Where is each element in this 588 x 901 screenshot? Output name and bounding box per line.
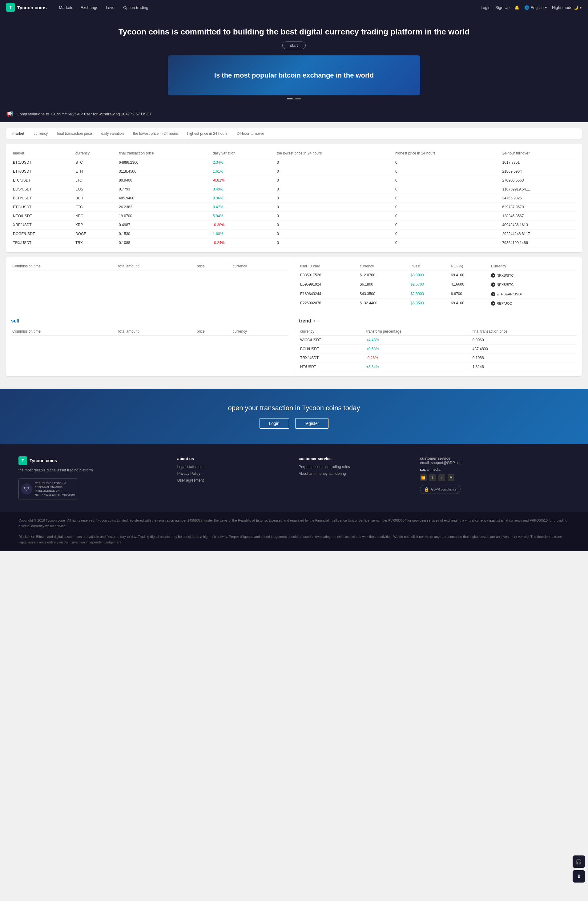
nav-signup[interactable]: Sign Up bbox=[495, 5, 510, 10]
table-row[interactable]: BTC/USDT BTC 64986.2300 2.34% 0 0 1617.8… bbox=[11, 158, 577, 167]
tab-daily-variation[interactable]: daily variation bbox=[101, 131, 124, 136]
nav-option-trading[interactable]: Option trading bbox=[123, 5, 148, 10]
cell-highest: 0 bbox=[393, 238, 500, 248]
cell-price: 19.0700 bbox=[117, 212, 211, 221]
trend-row[interactable]: HT/USDT +3.34% 1.8246 bbox=[299, 363, 577, 371]
comm-col1: Commission time bbox=[11, 262, 117, 270]
table-row[interactable]: LTC/USDT LTC 80.9400 -0.81% 0 0 270906.5… bbox=[11, 176, 577, 185]
inv-coin: ● NPXS/BTC bbox=[490, 280, 577, 289]
gdpr-text: GDPR compliance bbox=[431, 488, 456, 491]
coin-icon: ● bbox=[491, 301, 495, 306]
footer-grid: T Tycoon coins the most reliable digital… bbox=[19, 456, 569, 499]
tab-currency[interactable]: currency bbox=[34, 131, 48, 136]
col-variation: daily variation bbox=[211, 149, 275, 158]
tab-24h-turnover[interactable]: 24-hour turnover bbox=[237, 131, 264, 136]
trend-section: trend + - currency transform percentage … bbox=[294, 313, 582, 376]
cell-market: DOGE/USDT bbox=[11, 229, 73, 238]
navbar-links: Markets Exchange Lever Option trading bbox=[59, 5, 481, 10]
tab-final-price[interactable]: final transaction price bbox=[57, 131, 92, 136]
table-row[interactable]: NEO/USDT NEO 19.0700 5.94% 0 0 128346.35… bbox=[11, 212, 577, 221]
tab-market[interactable]: market bbox=[12, 131, 24, 136]
logo-icon: T bbox=[6, 3, 15, 12]
nav-markets[interactable]: Markets bbox=[59, 5, 73, 10]
trend-pct: +3.34% bbox=[365, 363, 471, 371]
cell-market: EOS/USDT bbox=[11, 185, 73, 194]
cell-price: 3118.4500 bbox=[117, 167, 211, 176]
trend-row[interactable]: BCH/USDT +0.68% 487.4800 bbox=[299, 344, 577, 354]
comm-col2: total amount bbox=[117, 262, 195, 270]
medium-icon[interactable]: M bbox=[448, 474, 454, 481]
bottom-two: sell Commission time total amount price … bbox=[6, 313, 582, 376]
twitter-icon[interactable]: t bbox=[438, 474, 445, 481]
banner-dot-2[interactable] bbox=[295, 98, 301, 100]
inv-roi: 69.4100 bbox=[449, 270, 490, 280]
trend-row[interactable]: TRX/USDT -0.26% 0.1088 bbox=[299, 354, 577, 363]
cell-currency: ETC bbox=[73, 203, 117, 212]
language-selector[interactable]: 🌐 English ▾ bbox=[524, 5, 547, 10]
cell-turnover: 292244246.8117 bbox=[500, 229, 577, 238]
nav-lever[interactable]: Lever bbox=[106, 5, 116, 10]
coin-badge: ● ETHBEAR/USDT bbox=[491, 292, 523, 296]
trend-controls[interactable]: + - bbox=[313, 318, 318, 323]
footer-contract-rules[interactable]: Perpetual contract trading rules bbox=[299, 465, 411, 469]
banner-dot-1[interactable] bbox=[287, 98, 293, 100]
shield-icon: 🛡 bbox=[21, 483, 32, 494]
footer-bottom: Copyright © 2018 Tycoon coins. All right… bbox=[0, 512, 588, 551]
footer-contact: customer service email: support@GDP.com … bbox=[420, 456, 569, 499]
inv-currency: $132.4400 bbox=[359, 298, 409, 308]
footer-tagline: the most reliable digital asset trading … bbox=[19, 468, 168, 472]
nav-exchange[interactable]: Exchange bbox=[81, 5, 98, 10]
table-row[interactable]: EOS/USDT EOS 0.7793 3.49% 0 0 116759919.… bbox=[11, 185, 577, 194]
table-row[interactable]: ETC/USDT ETC 26.2362 0.47% 0 0 629787.95… bbox=[11, 203, 577, 212]
footer-copyright: Copyright © 2018 Tycoon coins. All right… bbox=[19, 518, 569, 528]
hero-start-button[interactable]: start bbox=[282, 42, 306, 49]
tab-lowest-24h[interactable]: the lowest price in 24 hours bbox=[133, 131, 178, 136]
footer-email: email: support@GDP.com bbox=[420, 461, 569, 465]
tab-highest-24h[interactable]: highest price in 24 hours bbox=[187, 131, 228, 136]
trend-currency: TRX/USDT bbox=[299, 354, 365, 363]
cell-price: 0.1088 bbox=[117, 238, 211, 248]
invest-table: user ID card currency Invest ROI(%) Curr… bbox=[299, 262, 577, 308]
invest-row: E225902076 $132.4400 $6.3500 69.4100 ● R… bbox=[299, 298, 577, 308]
footer-anti-money[interactable]: About anti-money laundering bbox=[299, 471, 411, 476]
cell-currency: XRP bbox=[73, 221, 117, 229]
inv-roi: 69.4100 bbox=[449, 298, 490, 308]
table-row[interactable]: ETH/USDT ETH 3118.4500 1.61% 0 0 21869.6… bbox=[11, 167, 577, 176]
trend-pct: -0.26% bbox=[365, 354, 471, 363]
footer-privacy[interactable]: Privacy Policy bbox=[177, 471, 289, 476]
footer-agreement[interactable]: User agreement bbox=[177, 478, 289, 483]
cell-lowest: 0 bbox=[275, 221, 393, 229]
trend-table: currency transform percentage final tran… bbox=[299, 327, 577, 371]
nightmode-label: Night mode bbox=[552, 5, 572, 10]
table-row[interactable]: BCH/USDT BCH 485.9400 0.36% 0 0 34766.93… bbox=[11, 194, 577, 203]
facebook-icon[interactable]: f bbox=[429, 474, 436, 481]
cell-turnover: 629787.9570 bbox=[500, 203, 577, 212]
nav-login[interactable]: Login bbox=[480, 5, 490, 10]
footer-service-title: customer service bbox=[299, 456, 411, 461]
cell-lowest: 0 bbox=[275, 194, 393, 203]
table-row[interactable]: XRP/USDT XRP 0.4987 -0.38% 0 0 40942486.… bbox=[11, 221, 577, 229]
wifi-icon[interactable]: 📶 bbox=[420, 474, 427, 481]
invest-row: E335917526 $12.0700 $8.3800 69.4100 ● NP… bbox=[299, 270, 577, 280]
cta-section: open your transaction in Tycoon coins to… bbox=[0, 389, 588, 444]
footer: T Tycoon coins the most reliable digital… bbox=[0, 444, 588, 512]
cta-login-button[interactable]: Login bbox=[259, 418, 289, 429]
invest-row: E169643244 $43.3500 $2.8900 6.6700 ● ETH… bbox=[299, 289, 577, 299]
navbar-logo[interactable]: T Tycoon coins bbox=[6, 3, 47, 12]
inv-col4: ROI(%) bbox=[449, 262, 490, 270]
footer-contact-title: customer service bbox=[420, 456, 569, 461]
nightmode-toggle[interactable]: Night mode 🌙 ▾ bbox=[552, 5, 582, 10]
cell-highest: 0 bbox=[393, 185, 500, 194]
table-row[interactable]: DOGE/USDT DOGE 0.1530 1.60% 0 0 29224424… bbox=[11, 229, 577, 238]
table-row[interactable]: TRX/USDT TRX 0.1088 -0.24% 0 0 79364199.… bbox=[11, 238, 577, 248]
trend-row[interactable]: WICC/USDT +4.48% 0.0060 bbox=[299, 336, 577, 344]
inv-invest: $6.3500 bbox=[409, 298, 450, 308]
cell-market: TRX/USDT bbox=[11, 238, 73, 248]
nav-speaker-icon: 🔔 bbox=[515, 5, 519, 10]
trend-pct: +4.48% bbox=[365, 336, 471, 344]
cta-register-button[interactable]: register bbox=[295, 418, 329, 429]
cell-turnover: 40942486.1613 bbox=[500, 221, 577, 229]
footer-legal[interactable]: Legal statement bbox=[177, 465, 289, 469]
trend-currency: HT/USDT bbox=[299, 363, 365, 371]
col-highest: highest price in 24 hours bbox=[393, 149, 500, 158]
